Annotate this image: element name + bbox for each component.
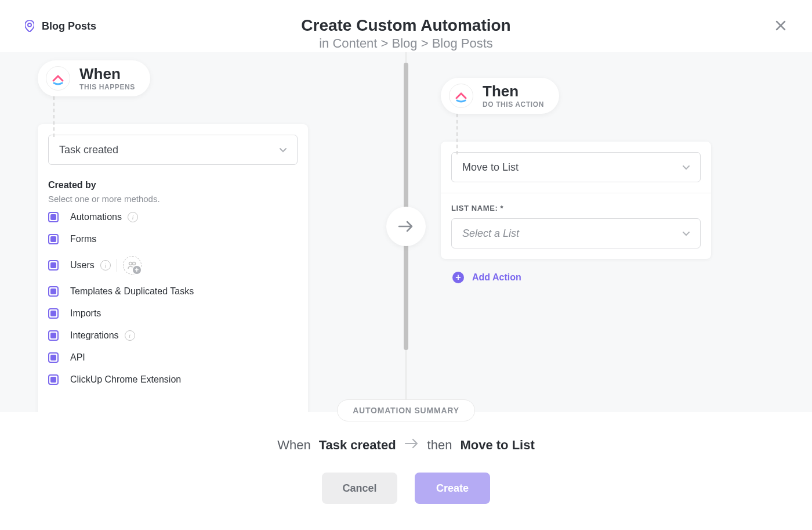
list-select[interactable]: Select a List	[451, 218, 701, 248]
separator	[117, 259, 117, 272]
info-icon[interactable]: i	[100, 260, 111, 271]
checklist-label-text: Automations	[70, 212, 122, 222]
created-by-checklist: AutomationsiFormsUsersiTemplates & Dupli…	[48, 212, 298, 385]
checkbox[interactable]	[48, 212, 59, 222]
header: Blog Posts Create Custom Automation in C…	[0, 0, 812, 52]
footer: AUTOMATION SUMMARY When Task created the…	[0, 412, 812, 504]
checklist-row: API	[48, 352, 298, 363]
clickup-logo-icon	[46, 66, 70, 91]
action-selected-label: Move to List	[462, 161, 519, 174]
then-card: Move to List LIST NAME: * Select a List	[441, 142, 711, 259]
checkbox[interactable]	[48, 374, 59, 385]
chevron-down-icon	[280, 145, 287, 155]
arrow-right-icon	[404, 438, 419, 453]
checkbox[interactable]	[48, 234, 59, 244]
checklist-label-text: Forms	[70, 234, 96, 244]
then-badge: Then DO THIS ACTION	[441, 78, 559, 114]
list-name-label: LIST NAME: *	[451, 204, 701, 212]
checklist-label: Templates & Duplicated Tasks	[70, 286, 194, 297]
trigger-select[interactable]: Task created	[48, 135, 298, 165]
checkbox[interactable]	[48, 330, 59, 341]
automation-canvas: When THIS HAPPENS Task created Created b…	[0, 52, 812, 412]
breadcrumb: in Content > Blog > Blog Posts	[23, 36, 789, 51]
footer-buttons: Cancel Create	[322, 473, 490, 504]
checklist-row: Forms	[48, 234, 298, 244]
created-by-hint: Select one or more methods.	[48, 194, 298, 204]
when-badge: When THIS HAPPENS	[38, 60, 150, 96]
list-placeholder: Select a List	[462, 228, 519, 240]
checklist-label-text: API	[70, 352, 85, 363]
summary-when-value: Task created	[319, 438, 396, 453]
trigger-selected-label: Task created	[59, 144, 118, 156]
summary-pill: AUTOMATION SUMMARY	[337, 399, 475, 421]
checklist-label: ClickUp Chrome Extension	[70, 374, 181, 385]
when-column: When THIS HAPPENS Task created Created b…	[38, 60, 310, 412]
checklist-label: API	[70, 352, 85, 363]
checklist-label: Automationsi	[70, 212, 138, 222]
close-button[interactable]	[774, 19, 788, 33]
checkbox[interactable]	[48, 286, 59, 297]
add-action-label: Add Action	[472, 272, 521, 283]
plus-icon: +	[452, 272, 464, 283]
then-column: Then DO THIS ACTION Move to List LIST NA…	[441, 78, 713, 283]
checklist-label-text: Imports	[70, 308, 101, 319]
then-connector	[456, 114, 458, 154]
then-subtitle: DO THIS ACTION	[483, 101, 544, 108]
when-title: When	[79, 66, 135, 81]
created-by-label: Created by	[48, 180, 298, 190]
info-icon[interactable]: i	[128, 212, 138, 222]
when-subtitle: THIS HAPPENS	[79, 84, 135, 91]
clickup-logo-icon	[449, 84, 473, 108]
checklist-label: Usersi	[70, 256, 142, 275]
flow-arrow-icon	[386, 207, 426, 246]
checklist-label: Forms	[70, 234, 96, 244]
page-title: Create Custom Automation	[23, 16, 789, 35]
chevron-down-icon	[683, 228, 690, 239]
summary-when-prefix: When	[277, 438, 310, 453]
context-name: Blog Posts	[42, 20, 96, 33]
action-select[interactable]: Move to List	[451, 152, 701, 182]
location-icon	[24, 20, 35, 33]
svg-point-1	[132, 262, 135, 265]
checklist-label: Imports	[70, 308, 101, 319]
then-title: Then	[483, 84, 544, 99]
checklist-label-text: Users	[70, 260, 95, 271]
checkbox[interactable]	[48, 352, 59, 363]
checklist-label-text: Integrations	[70, 330, 119, 341]
checklist-row: ClickUp Chrome Extension	[48, 374, 298, 385]
checklist-row: Integrationsi	[48, 330, 298, 341]
chevron-down-icon	[683, 162, 690, 172]
checklist-row: Imports	[48, 308, 298, 319]
when-connector	[53, 96, 55, 137]
add-action-button[interactable]: + Add Action	[441, 272, 713, 283]
summary-line: When Task created then Move to List	[277, 438, 535, 453]
info-icon[interactable]: i	[125, 330, 135, 341]
context-location[interactable]: Blog Posts	[24, 20, 96, 33]
summary-then-value: Move to List	[460, 438, 534, 453]
cancel-button[interactable]: Cancel	[322, 473, 397, 504]
svg-point-0	[129, 262, 132, 265]
checklist-row: Templates & Duplicated Tasks	[48, 286, 298, 297]
when-card: Task created Created by Select one or mo…	[38, 124, 308, 412]
checklist-row: Automationsi	[48, 212, 298, 222]
summary-then-prefix: then	[427, 438, 452, 453]
header-center: Create Custom Automation in Content > Bl…	[23, 16, 789, 51]
checklist-label-text: ClickUp Chrome Extension	[70, 374, 181, 385]
checkbox[interactable]	[48, 260, 59, 271]
checklist-row: Usersi	[48, 256, 298, 275]
checklist-label-text: Templates & Duplicated Tasks	[70, 286, 194, 297]
checklist-label: Integrationsi	[70, 330, 135, 341]
create-button[interactable]: Create	[415, 473, 490, 504]
add-assignee-icon[interactable]	[123, 256, 142, 275]
card-divider	[441, 193, 711, 193]
checkbox[interactable]	[48, 308, 59, 319]
